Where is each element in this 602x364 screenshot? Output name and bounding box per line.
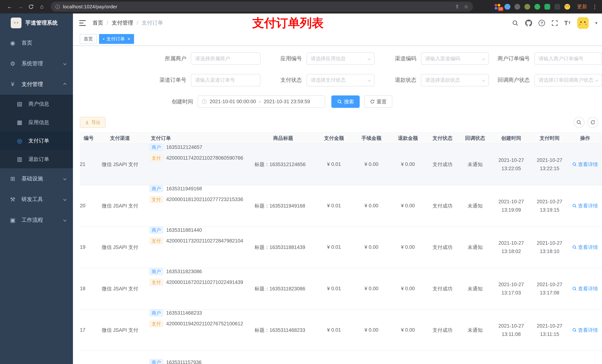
caret-down-icon[interactable]: ▾ [595,21,597,26]
sidebar-item-label: 支付管理 [22,81,43,88]
table-row-partial[interactable]: 商户1635311157936 [80,351,602,364]
view-detail-link[interactable]: 查看详情 [572,285,598,292]
channel-order-no-input[interactable] [191,74,260,86]
github-icon[interactable] [525,20,532,26]
bookmark-star-icon[interactable]: ☆ [464,4,468,10]
end-date[interactable]: 2021-10-31 23:59:59 [264,99,310,104]
address-bar[interactable]: ⓘ localhost:1024/pay/order ⇧ ☆ [51,2,473,12]
chevron-down-icon [595,79,598,82]
close-icon[interactable]: × [128,36,130,42]
extension-icon-face[interactable] [564,3,570,10]
sidebar-item-refund-order[interactable]: ▥ 退款订单 [0,150,73,168]
sidebar-item-infra[interactable]: ⊞ 基础设施 [0,168,73,189]
merchant-input-field[interactable] [195,56,256,62]
export-button[interactable]: 导出 [80,117,106,128]
transaction-badge: 支付 [149,320,163,327]
filter-label: 创建时间 [80,98,198,105]
sidebar-item-merchant-info[interactable]: ▤ 商户信息 [0,95,73,113]
home-icon[interactable]: ⌂ [37,2,47,12]
forward-icon[interactable]: → [15,2,25,12]
extension-icon-olive[interactable] [524,3,531,10]
refresh-button[interactable] [587,117,598,128]
extension-icon-blue[interactable] [504,3,511,10]
tags-view: 首页 ● 支付订单 × [73,32,602,46]
font-size-icon[interactable]: TT [564,20,571,26]
help-icon[interactable]: ? [538,20,545,26]
chevron-down-icon [482,79,485,82]
view-detail-link[interactable]: 查看详情 [572,161,598,168]
extension-icon-chat[interactable] [544,3,550,10]
merchant-badge: 商户 [149,268,163,275]
tab-pay-order[interactable]: ● 支付订单 × [99,34,134,44]
sidebar-item-label: 商户信息 [28,100,49,107]
toggle-search-button[interactable] [574,117,584,128]
merchant-badge: 商户 [149,144,163,151]
extension-icon-colorful[interactable]: 10 [494,3,501,10]
browser-menu-icon[interactable]: ⋮ [592,3,597,10]
refund-status-select[interactable]: 请选择退款状态 [421,74,489,86]
start-date[interactable]: 2021-10-01 00:00:00 [210,99,256,104]
filter-label: 渠道编码 [375,55,421,62]
chevron-down-icon [482,57,485,60]
table-row[interactable]: 20 微信 JSAPI 支付 商户1635311949168 支付4200001… [80,185,602,227]
browser-update-button[interactable]: 更新 [577,3,587,10]
clock-icon [202,99,207,104]
channel-order-no-field[interactable] [195,77,256,83]
sidebar-item-label: 基础设施 [22,175,43,182]
search-icon[interactable] [512,20,518,26]
app-logo[interactable]: 芋道管理系统 [0,13,73,33]
sidebar-item-app-info[interactable]: ▦ 应用信息 [0,113,73,132]
pay-status-select[interactable]: 请选择支付状态 [307,74,375,86]
chevron-down-icon [63,62,67,65]
merchant-input[interactable] [191,52,260,65]
column-header-title: 商品标题 [251,135,315,142]
user-avatar[interactable] [577,17,589,29]
extension-icon-green[interactable] [534,3,540,10]
column-header-id: 编号 [80,135,92,142]
sidebar-item-system[interactable]: ⚙ 系统管理 [0,53,73,74]
view-detail-link[interactable]: 查看详情 [572,203,598,209]
create-time-range-picker[interactable]: 2021-10-01 00:00:00 - 2021-10-31 23:59:5… [198,95,325,108]
sidebar-item-workflow[interactable]: ▣ 工作流程 [0,210,73,230]
hamburger-icon[interactable] [79,19,86,27]
grid-icon: ▦ [16,119,23,126]
filter-label: 商户订单编号 [489,55,534,62]
merchant-order-no-input[interactable] [534,52,602,65]
table-row[interactable]: 19 微信 JSAPI 支付 商户1635311881440 支付4200001… [80,227,602,268]
view-detail-link[interactable]: 查看详情 [572,327,598,333]
share-icon[interactable]: ⇧ [455,4,460,10]
transaction-badge: 支付 [149,279,163,286]
breadcrumb-pay-manage[interactable]: 支付管理 [112,19,133,27]
table-row[interactable]: 18 微信 JSAPI 支付 商户1635311823086 支付4200001… [80,268,602,310]
dashboard-icon: ◉ [9,40,16,46]
view-detail-link[interactable]: 查看详情 [572,244,598,251]
sidebar-item-pay-order[interactable]: ◎ 支付订单 [0,132,73,150]
site-info-icon[interactable]: ⓘ [55,4,60,10]
document-icon: ▥ [16,156,23,163]
breadcrumb-home[interactable]: 首页 [93,19,103,27]
fullscreen-icon[interactable] [552,20,558,26]
filter-label: 应用编号 [260,55,307,62]
merchant-badge: 商户 [149,227,163,234]
extension-icon-gray[interactable] [514,3,521,10]
extension-icon-dark[interactable] [554,3,560,10]
app-select[interactable]: 请选择应用信息 [307,52,375,65]
reset-button[interactable]: 重置 [364,95,392,108]
screen: ← → ⌂ ⓘ localhost:1024/pay/order ⇧ ☆ 10 [0,0,602,364]
back-icon[interactable]: ← [5,2,15,12]
reload-icon[interactable] [26,2,36,12]
chevron-up-icon [63,83,67,86]
filter-label: 所属商户 [80,55,191,62]
channel-code-select[interactable]: 请输入渠道编码 [421,52,489,65]
notify-status-select[interactable]: 请选择订单回调商户状态 [534,74,602,86]
search-button[interactable]: 搜索 [331,95,360,108]
tab-home[interactable]: 首页 [80,34,97,44]
sidebar-item-label: 应用信息 [28,119,49,126]
merchant-order-no-field[interactable] [538,56,598,62]
table-row[interactable]: 17 微信 JSAPI 支付 商户1635311468233 支付4200001… [80,310,602,351]
sidebar-item-dev-tools[interactable]: ⚒ 研发工具 [0,189,73,210]
sidebar-item-home[interactable]: ◉ 首页 [0,32,73,53]
column-header-fee: 手续金额 [353,135,390,142]
sidebar-item-payment[interactable]: ¥ 支付管理 [0,74,73,95]
table-row[interactable]: 21 微信 JSAPI 支付 商户1635312124657 支付4200001… [80,144,602,185]
